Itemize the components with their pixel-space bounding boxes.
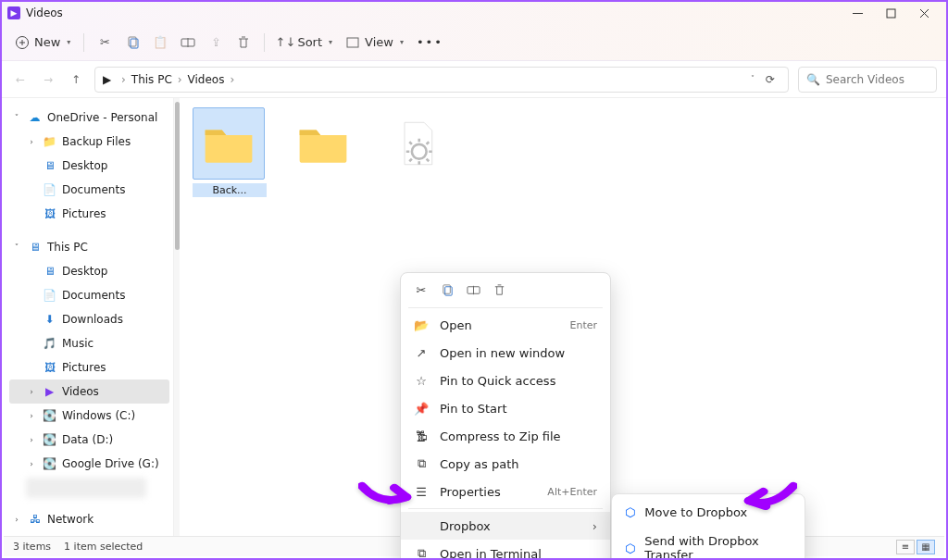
sort-icon: ↑↓ — [278, 35, 293, 50]
details-view-button[interactable]: ≡ — [896, 540, 915, 554]
more-button[interactable]: ••• — [417, 35, 443, 49]
back-button[interactable]: ← — [11, 70, 30, 89]
collapse-icon[interactable]: ˅ — [11, 243, 22, 252]
copy-icon — [125, 35, 140, 50]
tree-item[interactable]: ⬇Downloads — [9, 307, 169, 331]
cut-button[interactable]: ✂ — [97, 35, 112, 50]
chevron-down-icon[interactable]: ˅ — [751, 75, 755, 83]
tree-item[interactable]: ›💽Windows (C:) — [9, 404, 169, 428]
new-button[interactable]: New▾ — [15, 35, 70, 50]
cloud-icon: ☁ — [28, 111, 42, 125]
tree-thispc[interactable]: ˅🖥This PC — [9, 235, 169, 259]
status-selected-count: 1 item selected — [64, 541, 143, 553]
plus-circle-icon — [15, 35, 30, 50]
menu-copy-path[interactable]: ⧉Copy as path — [401, 450, 610, 478]
copy-icon[interactable] — [440, 282, 455, 297]
submenu-send-dropbox[interactable]: ⬡Send with Dropbox Transfer — [612, 527, 805, 560]
navigation-bar: ← → ↑ ▶ › This PC › Videos › ˅ ⟳ 🔍 Searc… — [2, 61, 946, 98]
share-button: ⇪ — [208, 35, 223, 50]
menu-pin-start[interactable]: 📌Pin to Start — [401, 394, 610, 422]
tree-item[interactable]: ›💽Data (D:) — [9, 428, 169, 452]
folder-icon — [193, 107, 265, 180]
separator — [264, 33, 265, 52]
address-bar[interactable]: ▶ › This PC › Videos › ˅ ⟳ — [94, 67, 789, 93]
refresh-button[interactable]: ⟳ — [760, 73, 780, 86]
maximize-button[interactable] — [874, 2, 907, 24]
view-icon — [345, 35, 360, 50]
tree-item[interactable]: 🖥Desktop — [9, 259, 169, 283]
tree-onedrive[interactable]: ˅☁OneDrive - Personal — [9, 106, 169, 130]
drive-icon: 💽 — [43, 433, 56, 447]
cut-icon[interactable]: ✂ — [414, 282, 429, 297]
tree-item[interactable]: 🖼Pictures — [9, 202, 169, 226]
search-icon: 🔍 — [806, 73, 820, 86]
properties-icon: ☰ — [414, 484, 429, 499]
menu-compress[interactable]: 🗜Compress to Zip file — [401, 422, 610, 450]
window-title: Videos — [26, 6, 63, 19]
folder-label: Back... — [193, 183, 267, 197]
menu-open[interactable]: 📂OpenEnter — [401, 311, 610, 339]
downloads-icon: ⬇ — [43, 313, 56, 327]
settings-file-icon — [381, 107, 454, 180]
tree-item[interactable]: 📄Documents — [9, 283, 169, 307]
terminal-icon: ⧉ — [414, 546, 429, 560]
folder-item-selected[interactable]: Back... — [193, 107, 267, 197]
blank-icon — [414, 518, 429, 533]
expand-icon[interactable]: › — [26, 435, 37, 444]
view-label: View — [365, 35, 393, 49]
drive-icon: 💽 — [43, 457, 56, 471]
expand-icon[interactable]: › — [26, 387, 37, 396]
forward-button[interactable]: → — [39, 70, 57, 89]
new-label: New — [34, 35, 60, 49]
copy-button[interactable] — [125, 35, 140, 50]
document-icon: 📄 — [43, 183, 56, 197]
menu-dropbox[interactable]: Dropbox› — [401, 512, 610, 540]
svg-rect-0 — [887, 9, 895, 18]
tree-item[interactable]: 🎵Music — [9, 331, 169, 355]
view-button[interactable]: View▾ — [345, 35, 404, 50]
delete-button[interactable] — [236, 35, 251, 50]
folder-open-icon: 📂 — [414, 317, 429, 332]
collapse-icon[interactable]: ˅ — [11, 113, 22, 122]
folder-item[interactable] — [287, 107, 361, 180]
music-icon: 🎵 — [43, 337, 56, 351]
menu-terminal[interactable]: ⧉Open in Terminal — [401, 540, 610, 560]
chevron-down-icon: ▾ — [67, 38, 70, 46]
menu-separator — [408, 508, 603, 509]
expand-icon[interactable]: › — [26, 411, 37, 420]
tree-item[interactable]: ›💽Google Drive (G:) — [9, 452, 169, 476]
sort-button[interactable]: ↑↓ Sort▾ — [278, 35, 332, 50]
tree-network[interactable]: ›🖧Network — [9, 507, 169, 531]
menu-open-new-window[interactable]: ↗Open in new window — [401, 339, 610, 367]
tree-item[interactable]: 🖼Pictures — [9, 355, 169, 380]
search-box[interactable]: 🔍 Search Videos — [798, 67, 937, 93]
redacted-item — [26, 478, 146, 498]
dropbox-icon: ⬡ — [625, 505, 635, 519]
menu-properties[interactable]: ☰PropertiesAlt+Enter — [401, 478, 610, 505]
folder-icon: 📁 — [43, 135, 56, 149]
tree-item[interactable]: 📄Documents — [9, 178, 169, 202]
separator — [83, 33, 84, 52]
expand-icon[interactable]: › — [26, 459, 37, 468]
expand-icon[interactable]: › — [26, 137, 37, 146]
breadcrumb-root[interactable]: This PC — [131, 73, 172, 86]
tree-item[interactable]: 🖥Desktop — [9, 154, 169, 178]
thumbnails-view-button[interactable]: ▦ — [917, 540, 935, 554]
menu-pin-quick[interactable]: ☆Pin to Quick access — [401, 367, 610, 394]
expand-icon[interactable]: › — [11, 515, 22, 524]
chevron-down-icon: ▾ — [400, 38, 404, 46]
tree-item[interactable]: ›📁Backup Files — [9, 130, 169, 154]
tree-item-videos[interactable]: ›▶Videos — [9, 380, 169, 404]
rename-icon[interactable] — [466, 282, 480, 297]
rename-button[interactable] — [181, 35, 195, 50]
minimize-button[interactable] — [841, 2, 874, 24]
up-button[interactable]: ↑ — [67, 70, 85, 89]
trash-icon[interactable] — [492, 282, 506, 297]
file-item[interactable] — [381, 107, 455, 180]
close-button[interactable] — [907, 2, 941, 24]
pc-icon: 🖥 — [28, 241, 42, 255]
pin-icon: 📌 — [414, 401, 429, 416]
breadcrumb-current[interactable]: Videos — [188, 73, 225, 86]
file-pane[interactable]: Back... ✂ 📂OpenEnter ↗Open in new window… — [180, 98, 946, 538]
scrollbar-thumb[interactable] — [175, 102, 180, 250]
